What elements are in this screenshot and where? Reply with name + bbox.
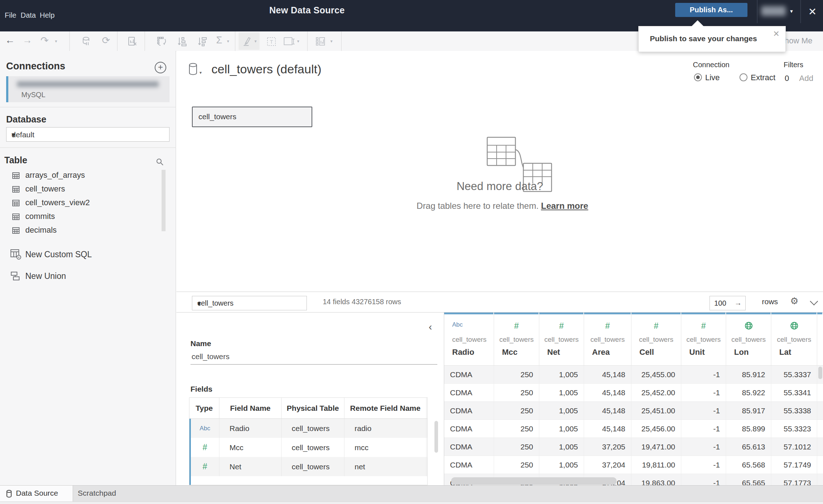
- datasource-cylinder-icon[interactable]: [188, 63, 199, 76]
- new-custom-sql-label: New Custom SQL: [25, 250, 92, 259]
- tab-scratchpad[interactable]: Scratchpad: [78, 489, 116, 497]
- database-select[interactable]: default ▾: [6, 127, 170, 142]
- name-value[interactable]: cell_towers: [192, 352, 230, 361]
- totals-caret-icon[interactable]: ▾: [227, 39, 229, 44]
- menu-file[interactable]: File: [5, 11, 16, 20]
- fields-table-row[interactable]: AbcRadiocell_towersradio: [189, 419, 427, 438]
- close-icon[interactable]: ✕: [808, 6, 816, 18]
- grid-cell: 55.3341: [771, 384, 817, 401]
- pause-updates-icon[interactable]: [127, 36, 138, 47]
- user-menu-caret-icon[interactable]: ▾: [790, 8, 793, 14]
- apply-rows-icon[interactable]: →: [734, 299, 742, 307]
- sheet-tab-bar: Data Source Scratchpad: [0, 485, 823, 501]
- toolbar-separator: [341, 31, 342, 51]
- connection-name-redacted: [17, 81, 159, 87]
- column-table-label: cell_towers: [771, 336, 817, 344]
- grid-column-header-radio[interactable]: Abccell_towersRadio: [444, 313, 494, 365]
- fields-column-header: Type: [189, 398, 219, 418]
- number-type-icon[interactable]: #: [191, 438, 219, 457]
- refresh-icon[interactable]: ⟳: [102, 35, 110, 46]
- live-radio-label[interactable]: Live: [705, 73, 720, 82]
- connection-item[interactable]: MySQL: [6, 76, 170, 102]
- grid-column-header-net[interactable]: #cell_towersNet: [539, 313, 584, 365]
- live-radio[interactable]: [694, 73, 702, 81]
- metadata-collapse-icon[interactable]: ‹: [429, 321, 432, 333]
- learn-more-link[interactable]: Learn more: [541, 201, 588, 211]
- extract-radio[interactable]: [740, 73, 747, 81]
- table-list-item[interactable]: decimals: [0, 223, 176, 237]
- grid-vertical-scrollbar[interactable]: [818, 367, 822, 379]
- grid-cell: 45,148: [584, 366, 631, 383]
- tab-data-source[interactable]: Data Source: [0, 486, 73, 501]
- grid-column-header-unit[interactable]: #cell_towersUnit: [681, 313, 726, 365]
- grid-column-header-mcc[interactable]: #cell_towersMcc: [494, 313, 539, 365]
- datasource-caret-icon[interactable]: ▾: [200, 70, 202, 75]
- table-list-item[interactable]: cell_towers: [0, 182, 176, 196]
- totals-sigma-icon[interactable]: Σ: [216, 35, 222, 46]
- tableau-data-source-window: File Data Help New Data Source Publish A…: [0, 0, 823, 504]
- replay-caret-icon[interactable]: ▾: [55, 39, 57, 44]
- grid-column-header-cell[interactable]: #cell_towersCell: [631, 313, 681, 365]
- grid-column-header-lon[interactable]: cell_towersLon: [726, 313, 771, 365]
- grid-horizontal-scrollbar[interactable]: [451, 477, 617, 485]
- preview-table-select[interactable]: cell_towers ▾: [192, 296, 307, 310]
- grid-cell: 25,451.00: [631, 402, 681, 419]
- preview-collapse-chevron-icon[interactable]: [810, 297, 818, 306]
- publish-as-button[interactable]: Publish As...: [675, 3, 747, 17]
- tooltip-close-icon[interactable]: ✕: [773, 29, 780, 39]
- string-type-icon[interactable]: Abc: [191, 419, 219, 438]
- grid-cell: 37,205: [584, 438, 631, 456]
- grid-cell: 250: [494, 384, 539, 401]
- grid-column-header-lat[interactable]: cell_towersLat: [771, 313, 817, 365]
- sort-ascending-icon[interactable]: [176, 36, 187, 47]
- menu-data[interactable]: Data: [21, 11, 36, 20]
- svg-text:T: T: [270, 39, 273, 45]
- search-icon[interactable]: [155, 158, 164, 166]
- user-name-redacted[interactable]: [761, 6, 786, 16]
- table-list-item[interactable]: arrays_of_arrays: [0, 168, 176, 182]
- table-list-item[interactable]: commits: [0, 210, 176, 223]
- grid-column-header-area[interactable]: #cell_towersArea: [584, 313, 631, 365]
- fit-caret-icon[interactable]: ▾: [297, 39, 299, 44]
- undo-icon[interactable]: ←: [5, 35, 15, 46]
- filters-add-button[interactable]: Add: [799, 74, 813, 83]
- grid-cell: 1,005: [539, 456, 584, 474]
- sort-descending-icon[interactable]: [197, 36, 207, 47]
- cards-caret-icon[interactable]: ▾: [330, 39, 333, 44]
- fields-table-scrollbar[interactable]: [434, 421, 438, 453]
- table-list-item[interactable]: cell_towers_view2: [0, 196, 176, 210]
- text-label-icon[interactable]: T: [266, 36, 277, 47]
- grid-cell: 1,005: [539, 438, 584, 456]
- grid-cell: 85.922: [726, 384, 771, 401]
- swap-rows-columns-icon[interactable]: [156, 36, 168, 47]
- fit-width-icon[interactable]: [283, 36, 295, 47]
- add-connection-icon[interactable]: +: [155, 62, 166, 73]
- datasource-title: cell_towers (default): [211, 62, 321, 76]
- fields-table-body: AbcRadiocell_towersradio#Mcccell_towersm…: [189, 419, 427, 485]
- column-table-label: cell_towers: [494, 336, 539, 344]
- table-list-scrollbar[interactable]: [162, 170, 166, 231]
- redo-icon[interactable]: →: [22, 35, 32, 46]
- string-type-icon: Abc: [452, 321, 463, 328]
- show-cards-icon[interactable]: [315, 36, 327, 47]
- rows-count-input[interactable]: 100 →: [710, 296, 746, 310]
- logical-table-node[interactable]: cell_towers: [192, 107, 312, 127]
- grid-cell: 1,005: [539, 420, 584, 438]
- replay-icon[interactable]: ↷: [40, 35, 49, 46]
- data-source-icon[interactable]: [81, 36, 92, 47]
- grid-cell: 25,455.00: [631, 366, 681, 383]
- number-type-icon[interactable]: #: [191, 457, 219, 476]
- fields-table-row[interactable]: #Mcccell_towersmcc: [189, 438, 427, 457]
- highlight-caret-icon[interactable]: ▾: [254, 39, 257, 44]
- preview-settings-gear-icon[interactable]: ⚙: [790, 296, 798, 307]
- highlight-icon[interactable]: [241, 36, 253, 47]
- fields-table-row[interactable]: #Netcell_towersnet: [189, 457, 427, 476]
- menu-help[interactable]: Help: [40, 11, 55, 20]
- new-custom-sql[interactable]: New Custom SQL: [0, 247, 176, 262]
- grid-cell: 55.3337: [771, 366, 817, 383]
- extract-radio-label[interactable]: Extract: [751, 73, 775, 82]
- status-bar: [0, 501, 823, 504]
- new-union[interactable]: New Union: [0, 268, 176, 284]
- physical-table-cell: cell_towers: [282, 457, 344, 476]
- table-heading: Table: [4, 155, 27, 165]
